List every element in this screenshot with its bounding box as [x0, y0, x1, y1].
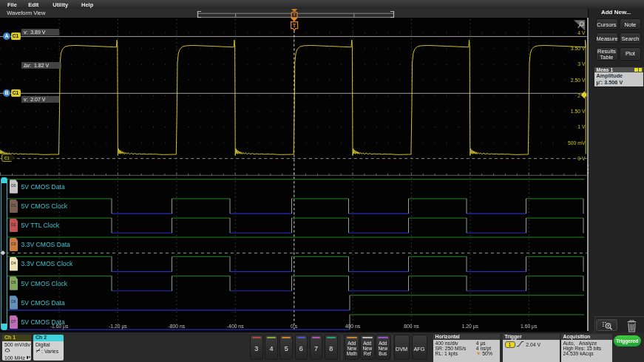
svg-text:0 V: 0 V — [577, 156, 586, 161]
svg-text:1.50 V: 1.50 V — [571, 109, 586, 114]
svg-text:2 V: 2 V — [577, 93, 586, 98]
svg-text:0 s: 0 s — [291, 324, 298, 329]
svg-text:500 mV: 500 mV — [568, 140, 586, 146]
svg-text:2.50 V: 2.50 V — [571, 78, 586, 83]
svg-text:-800 ns: -800 ns — [168, 324, 185, 329]
svg-text:3 V: 3 V — [577, 61, 586, 66]
svg-text:3.50 V: 3.50 V — [571, 46, 586, 51]
svg-text:T: T — [293, 13, 296, 17]
svg-text:800 ns: 800 ns — [404, 324, 419, 329]
svg-text:4 V: 4 V — [577, 30, 586, 35]
svg-text:1.20 μs: 1.20 μs — [462, 324, 479, 329]
svg-text:400 ns: 400 ns — [345, 324, 361, 329]
svg-text:-1.20 μs: -1.20 μs — [109, 324, 127, 329]
svg-text:1.60 μs: 1.60 μs — [521, 324, 538, 329]
svg-text:-400 ns: -400 ns — [227, 324, 244, 329]
svg-text:T: T — [293, 22, 296, 29]
svg-text:1 V: 1 V — [577, 124, 586, 129]
